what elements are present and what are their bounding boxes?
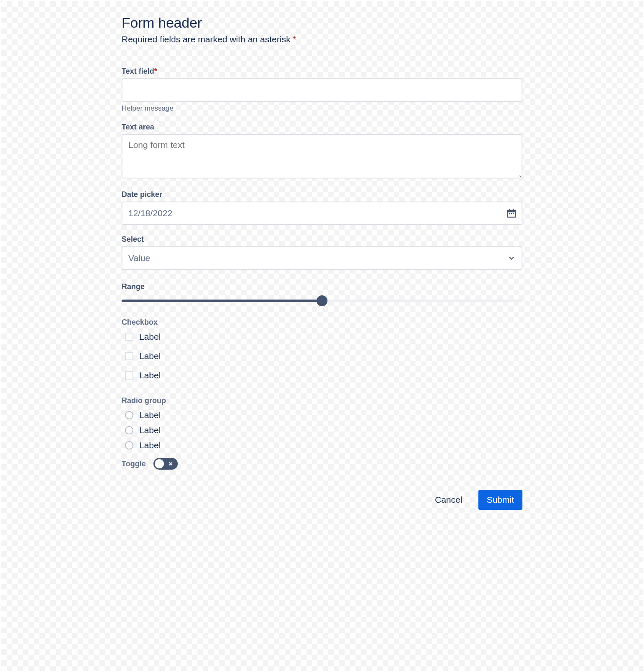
radio-option[interactable]: Label (122, 440, 522, 450)
range-group: Range (122, 280, 522, 302)
required-mark-icon: * (154, 67, 157, 75)
text-field-group: Text field* Helper message (122, 67, 522, 113)
form-footer: Cancel Submit (122, 490, 522, 510)
textarea-label: Text area (122, 123, 522, 132)
textarea-group: Text area (122, 123, 522, 180)
select-label: Select (122, 235, 522, 244)
checkbox-label: Label (139, 332, 161, 342)
checkbox-group-label: Checkbox (122, 318, 522, 327)
select-value: Value (128, 253, 150, 263)
checkbox-option[interactable]: Label (122, 370, 522, 380)
required-asterisk-icon: * (293, 34, 296, 44)
text-field-helper: Helper message (122, 104, 522, 113)
required-note: Required fields are marked with an aster… (122, 34, 522, 44)
radio-label: Label (139, 410, 161, 420)
select-input[interactable]: Value (122, 246, 522, 270)
radio-option[interactable]: Label (122, 410, 522, 420)
close-icon (168, 461, 173, 466)
text-field-input[interactable] (122, 78, 522, 102)
radio-icon[interactable] (125, 441, 133, 450)
form-container: Form header Required fields are marked w… (122, 15, 522, 510)
radio-label: Label (139, 440, 161, 450)
form-header: Form header (122, 15, 522, 31)
submit-button[interactable]: Submit (478, 490, 522, 510)
toggle-switch[interactable] (153, 458, 178, 470)
range-slider[interactable] (122, 300, 522, 302)
checkbox-label: Label (139, 370, 161, 380)
radio-icon[interactable] (125, 426, 133, 434)
cancel-button[interactable]: Cancel (426, 490, 470, 510)
checkbox-option[interactable]: Label (122, 351, 522, 361)
radio-group: Radio group Label Label Label (122, 396, 522, 450)
datepicker-input[interactable] (122, 202, 522, 225)
radio-icon[interactable] (125, 411, 133, 419)
text-field-label-text: Text field (122, 67, 154, 75)
range-fill (122, 300, 322, 302)
toggle-knob (155, 459, 164, 468)
checkbox-icon[interactable] (125, 371, 133, 380)
toggle-group: Toggle (122, 458, 522, 470)
checkbox-icon[interactable] (125, 352, 133, 360)
chevron-down-icon (507, 254, 516, 262)
textarea-input[interactable] (122, 134, 522, 178)
checkbox-icon[interactable] (125, 333, 133, 341)
range-label: Range (122, 282, 522, 291)
text-field-label: Text field* (122, 67, 522, 76)
checkbox-option[interactable]: Label (122, 332, 522, 342)
range-thumb[interactable] (317, 295, 327, 306)
required-note-text: Required fields are marked with an aster… (122, 34, 291, 44)
radio-group-label: Radio group (122, 396, 522, 405)
calendar-icon[interactable] (506, 207, 517, 219)
datepicker-label: Date picker (122, 190, 522, 199)
checkbox-group: Checkbox Label Label Label (122, 318, 522, 380)
datepicker-group: Date picker (122, 190, 522, 225)
toggle-label: Toggle (122, 460, 146, 468)
select-group: Select Value (122, 235, 522, 270)
radio-label: Label (139, 425, 161, 435)
radio-option[interactable]: Label (122, 425, 522, 435)
checkbox-label: Label (139, 351, 161, 361)
